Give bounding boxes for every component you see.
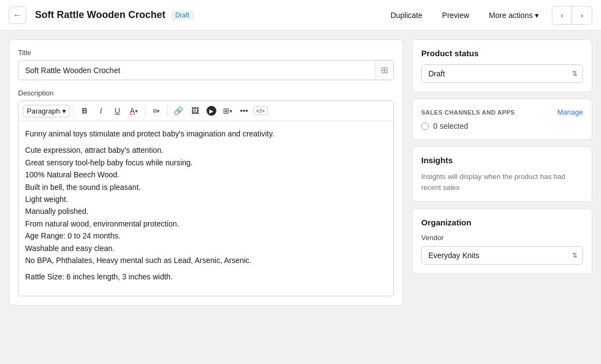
title-input[interactable] [19,62,375,79]
draft-badge: Draft [171,10,194,20]
radio-circle-icon [421,122,429,130]
nav-arrows: ‹ › [552,6,592,25]
organization-title: Organization [421,218,583,227]
title-icon: ⊞ [375,61,393,80]
align-icon: ≡ [152,106,157,115]
description-editor: Paragraph ▾ B I U A ▾ ≡ ▾ [18,100,394,296]
title-label: Title [18,49,394,57]
header-actions: Duplicate Preview More actions ▾ ‹ › [384,6,592,25]
text-color-button[interactable]: A ▾ [126,103,142,118]
title-input-wrapper: ⊞ [18,60,394,80]
more-options-icon: ••• [240,106,248,115]
table-button[interactable]: ⊞ ▾ [220,103,235,118]
paragraph-label: Paragraph [27,107,60,115]
underline-button[interactable]: U [110,103,125,118]
left-panel: Title ⊞ Description Paragraph ▾ B I U [9,39,403,355]
link-icon: 🔗 [174,106,183,115]
vendor-select[interactable]: Everyday Knits [421,246,583,265]
manage-link[interactable]: Manage [557,108,583,116]
code-view-icon: </> [254,106,268,115]
insights-description: Insights will display when the product h… [421,171,583,193]
video-button[interactable]: ▶ [204,103,219,118]
code-view-button[interactable]: </> [253,103,268,118]
video-icon: ▶ [207,106,216,116]
desc-line-1: Funny animal toys stimulate and protect … [25,128,387,140]
more-actions-button[interactable]: More actions ▾ [482,8,545,23]
organization-card: Organization Vendor Everyday Knits ⇅ [412,208,592,274]
desc-line-2: Cute expression, attract baby's attentio… [25,144,387,266]
prev-arrow-button[interactable]: ‹ [552,7,572,24]
next-arrow-button[interactable]: › [572,7,592,24]
back-icon: ← [13,10,22,20]
vendor-label: Vendor [421,234,583,242]
sales-channels-label: SALES CHANNELS AND APPS [421,109,515,116]
toolbar-divider-3 [167,105,168,116]
back-button[interactable]: ← [9,7,26,24]
header: ← Soft Rattle Wooden Crochet Draft Dupli… [0,0,601,31]
preview-button[interactable]: Preview [435,8,476,23]
product-title-text: Soft Rattle Wooden Crochet [35,9,166,21]
insights-card: Insights Insights will display when the … [412,146,592,202]
selected-count-label: 0 selected [433,122,468,130]
duplicate-button[interactable]: Duplicate [384,8,429,23]
image-button[interactable]: 🖼 [187,103,203,118]
image-icon: 🖼 [191,106,199,115]
align-chevron-icon: ▾ [157,108,160,114]
description-label: Description [18,89,394,97]
product-form-card: Title ⊞ Description Paragraph ▾ B I U [9,39,403,306]
product-status-title: Product status [421,49,583,58]
page-title: Soft Rattle Wooden Crochet Draft [35,9,375,21]
chevron-down-icon: ▾ [535,11,539,20]
table-icon: ⊞ [223,106,229,115]
status-select-wrapper: Draft Active ⇅ [421,64,583,83]
text-color-label: A [130,106,135,115]
link-button[interactable]: 🔗 [171,103,186,118]
insights-title: Insights [421,156,583,165]
toolbar-divider-2 [145,105,145,116]
more-options-button[interactable]: ••• [237,103,252,118]
chevron-down-icon: ▾ [62,107,66,115]
more-actions-label: More actions [489,11,533,20]
align-button[interactable]: ≡ ▾ [149,103,164,118]
status-select[interactable]: Draft Active [421,64,583,83]
color-chevron-icon: ▾ [135,108,138,114]
toolbar-divider-1 [73,105,74,116]
right-panel: Product status Draft Active ⇅ SALES CHAN… [412,39,592,355]
desc-line-3: Rattle Size: 6 inches length, 3 inches w… [25,271,387,283]
vendor-select-wrapper: Everyday Knits ⇅ [421,246,583,265]
paragraph-select[interactable]: Paragraph ▾ [23,105,70,117]
sales-channels-card: SALES CHANNELS AND APPS Manage 0 selecte… [412,99,592,140]
main-layout: Title ⊞ Description Paragraph ▾ B I U [0,31,601,364]
editor-toolbar: Paragraph ▾ B I U A ▾ ≡ ▾ [19,101,393,121]
selected-row: 0 selected [421,122,583,130]
product-status-card: Product status Draft Active ⇅ [412,39,592,92]
italic-button[interactable]: I [93,103,109,118]
bold-button[interactable]: B [77,103,92,118]
table-chevron-icon: ▾ [229,108,232,114]
editor-content-area[interactable]: Funny animal toys stimulate and protect … [19,121,393,296]
sales-channels-header: SALES CHANNELS AND APPS Manage [421,108,583,116]
